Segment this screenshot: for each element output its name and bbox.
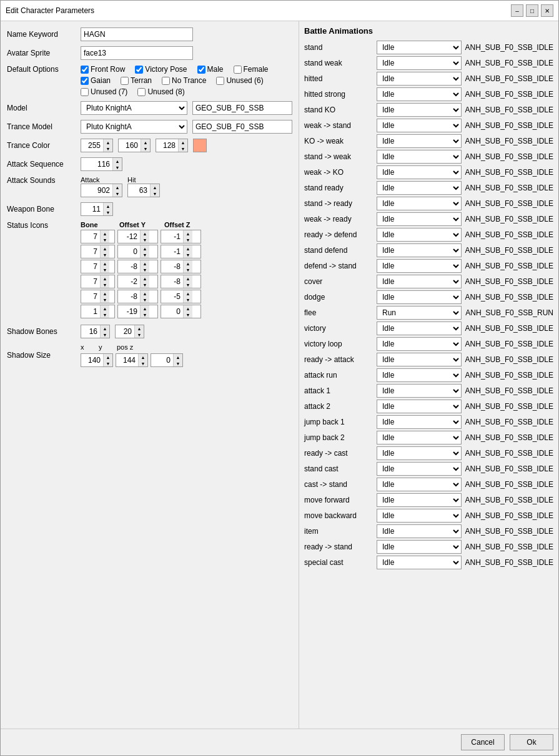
anim-select[interactable]: Idle [377,384,462,398]
trance-g-input[interactable] [119,140,141,151]
anim-select[interactable]: Idle [377,181,462,195]
unused8-checkbox[interactable]: Unused (8) [137,87,184,96]
shadow-y-up[interactable]: ▲ [139,354,147,360]
bone-up[interactable]: ▲ [101,230,109,237]
shadow-bones2-up[interactable]: ▲ [135,325,144,331]
offset-z-down[interactable]: ▼ [184,252,192,258]
terran-checkbox[interactable]: Terran [121,76,152,85]
shadow-x-up[interactable]: ▲ [104,354,112,360]
shadow-x-down[interactable]: ▼ [104,360,112,366]
anim-select[interactable]: Idle [377,524,462,538]
trance-g-up[interactable]: ▲ [141,139,150,145]
bone-down[interactable]: ▼ [101,282,109,288]
attack-up[interactable]: ▲ [113,184,122,190]
attack-input[interactable] [81,185,112,196]
anim-select[interactable]: Idle [377,212,462,226]
attack-seq-up[interactable]: ▲ [113,158,122,164]
bone-down[interactable]: ▼ [101,297,109,303]
offset-y-up[interactable]: ▲ [141,305,149,312]
weapon-bone-input[interactable] [81,204,103,215]
avatar-sprite-input[interactable] [81,46,193,60]
offset-y-up[interactable]: ▲ [141,245,149,252]
close-button[interactable]: ✕ [541,4,553,17]
offset-z-down[interactable]: ▼ [184,312,192,318]
trance-b-down[interactable]: ▼ [179,145,187,152]
hit-up[interactable]: ▲ [151,184,159,190]
shadow-bones1-up[interactable]: ▲ [101,325,109,331]
anim-select[interactable]: Idle [377,228,462,242]
shadow-bones1-down[interactable]: ▼ [101,331,109,338]
anim-select[interactable]: Idle [377,493,462,507]
anim-select[interactable]: Idle [377,103,462,117]
shadow-bones2-down[interactable]: ▼ [135,331,144,338]
attack-down[interactable]: ▼ [113,190,122,197]
trance-r-input[interactable] [81,140,103,151]
bone-down[interactable]: ▼ [101,312,109,318]
offset-y-input[interactable] [118,291,140,302]
weapon-bone-down[interactable]: ▼ [104,209,112,215]
offset-y-up[interactable]: ▲ [141,275,149,282]
offset-y-down[interactable]: ▼ [141,252,149,258]
anim-select[interactable]: Idle [377,275,462,288]
offset-z-up[interactable]: ▲ [184,305,192,312]
front-row-checkbox[interactable]: Front Row [81,65,125,74]
maximize-button[interactable]: □ [526,4,538,17]
anim-select[interactable]: Idle [377,87,462,101]
trance-g-down[interactable]: ▼ [141,145,150,152]
attack-sequence-input[interactable] [81,159,112,170]
offset-y-input[interactable] [118,306,140,317]
anim-select[interactable]: Idle [377,243,462,257]
shadow-posz-up[interactable]: ▲ [174,354,182,360]
anim-select[interactable]: Idle [377,322,462,335]
anim-select[interactable]: Idle [377,56,462,70]
bone-up[interactable]: ▲ [101,275,109,282]
offset-z-up[interactable]: ▲ [184,290,192,297]
offset-z-input[interactable] [161,261,183,272]
attack-seq-down[interactable]: ▼ [113,164,122,170]
ok-button[interactable]: Ok [510,734,553,750]
cancel-button[interactable]: Cancel [461,734,505,750]
female-checkbox[interactable]: Female [234,65,269,74]
anim-select[interactable]: Idle [377,197,462,210]
weapon-bone-up[interactable]: ▲ [104,203,112,209]
no-trance-checkbox[interactable]: No Trance [162,76,206,85]
anim-select[interactable]: Idle [377,462,462,476]
anim-select[interactable]: Idle [377,259,462,273]
anim-select[interactable]: Idle [377,478,462,491]
anim-select[interactable]: Run [377,306,462,320]
model-select[interactable]: Pluto KnightA [81,101,187,115]
offset-y-up[interactable]: ▲ [141,230,149,237]
offset-z-up[interactable]: ▲ [184,275,192,282]
anim-select[interactable]: Idle [377,150,462,164]
anim-select[interactable]: Idle [377,400,462,413]
bone-down[interactable]: ▼ [101,267,109,273]
offset-z-up[interactable]: ▲ [184,245,192,252]
offset-z-down[interactable]: ▼ [184,297,192,303]
model-input[interactable] [192,101,292,115]
offset-y-input[interactable] [118,246,140,257]
trance-r-down[interactable]: ▼ [104,145,112,152]
anim-select[interactable]: Idle [377,337,462,351]
shadow-posz-input[interactable] [151,355,173,366]
male-checkbox[interactable]: Male [197,65,224,74]
bone-up[interactable]: ▲ [101,245,109,252]
offset-y-down[interactable]: ▼ [141,297,149,303]
offset-y-down[interactable]: ▼ [141,237,149,243]
offset-z-up[interactable]: ▲ [184,260,192,267]
shadow-x-input[interactable] [81,355,103,366]
anim-select[interactable]: Idle [377,72,462,86]
unused7-checkbox[interactable]: Unused (7) [81,87,127,96]
anim-select[interactable]: Idle [377,368,462,382]
shadow-y-down[interactable]: ▼ [139,360,147,366]
offset-y-up[interactable]: ▲ [141,260,149,267]
offset-y-input[interactable] [118,231,140,242]
trance-model-select[interactable]: Pluto KnightA [81,120,187,134]
trance-r-up[interactable]: ▲ [104,139,112,145]
anim-select[interactable]: Idle [377,134,462,148]
bone-down[interactable]: ▼ [101,237,109,243]
shadow-bones-input1[interactable] [81,326,100,337]
bone-input[interactable] [81,291,100,302]
bone-down[interactable]: ▼ [101,252,109,258]
offset-y-down[interactable]: ▼ [141,282,149,288]
anim-select[interactable]: Idle [377,290,462,304]
